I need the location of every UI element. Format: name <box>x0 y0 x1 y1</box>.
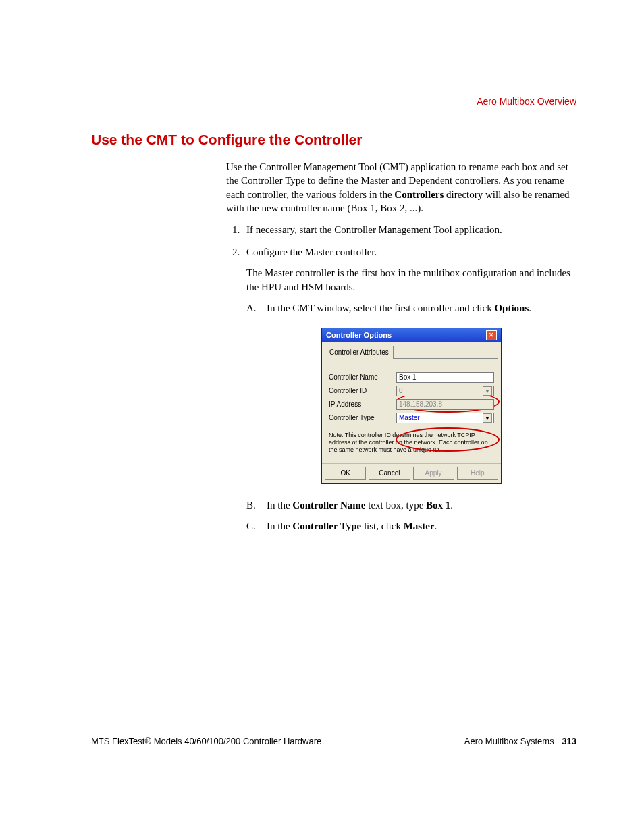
footer-right: Aero Multibox Systems <box>464 736 554 746</box>
label-controller-name: Controller Name <box>329 373 396 382</box>
ok-button[interactable]: OK <box>325 467 366 480</box>
page-footer: MTS FlexTest® Models 40/60/100/200 Contr… <box>91 736 576 746</box>
substep-c: C. In the Controller Type list, click Ma… <box>246 519 576 533</box>
controller-options-dialog: Controller Options ✕ Controller Attribut… <box>321 328 502 484</box>
help-button[interactable]: Help <box>457 467 498 480</box>
dialog-figure: Controller Options ✕ Controller Attribut… <box>246 328 576 484</box>
dialog-note: Note: This controller ID determines the … <box>325 426 498 460</box>
input-ip-address[interactable]: 148.158.203.8 <box>396 399 494 410</box>
substep-b: B. In the Controller Name text box, type… <box>246 498 576 513</box>
substep-a-post: . <box>529 303 531 313</box>
substep-a-bold: Options <box>494 303 529 313</box>
tab-controller-attributes[interactable]: Controller Attributes <box>325 346 394 359</box>
substep-c-b2: Master <box>404 521 435 531</box>
substep-b-b1: Controller Name <box>292 500 365 511</box>
substep-b-letter: B. <box>246 498 267 513</box>
value-controller-id: 0 <box>399 386 403 396</box>
select-controller-id[interactable]: 0 <box>396 386 494 396</box>
substep-c-post: . <box>434 521 437 531</box>
close-icon[interactable]: ✕ <box>486 330 497 340</box>
label-controller-type: Controller Type <box>329 413 396 423</box>
step-1-text: If necessary, start the Controller Manag… <box>246 224 502 235</box>
label-ip-address: IP Address <box>329 400 396 409</box>
page-number: 313 <box>562 736 576 746</box>
intro-bold-controllers: Controllers <box>394 189 444 200</box>
substep-c-mid: list, click <box>361 521 404 531</box>
step-2-text: Configure the Master controller. <box>246 246 377 257</box>
substep-a: A. In the CMT window, select the first c… <box>246 301 576 315</box>
label-controller-id: Controller ID <box>329 386 396 396</box>
select-controller-type[interactable]: Master <box>396 413 494 423</box>
value-ip-address: 148.158.203.8 <box>399 400 442 409</box>
footer-left: MTS FlexTest® Models 40/60/100/200 Contr… <box>91 736 321 746</box>
substep-b-post: . <box>450 500 453 511</box>
substep-b-mid: text box, type <box>366 500 427 511</box>
cancel-button[interactable]: Cancel <box>369 467 410 480</box>
input-controller-name[interactable]: Box 1 <box>396 372 494 383</box>
ordered-steps: If necessary, start the Controller Manag… <box>226 223 576 533</box>
substep-c-b1: Controller Type <box>292 521 361 531</box>
breadcrumb-header: Aero Multibox Overview <box>477 96 576 107</box>
step-1: If necessary, start the Controller Manag… <box>242 223 576 237</box>
intro-paragraph: Use the Controller Management Tool (CMT)… <box>226 160 576 215</box>
dialog-title-text: Controller Options <box>326 330 392 340</box>
substep-c-pre: In the <box>267 521 292 531</box>
substep-b-pre: In the <box>267 500 292 511</box>
substep-a-pre: In the CMT window, select the first cont… <box>267 303 494 313</box>
apply-button[interactable]: Apply <box>413 467 454 480</box>
step-2-subtext: The Master controller is the first box i… <box>246 266 576 294</box>
substep-c-letter: C. <box>246 519 267 533</box>
substep-b-b2: Box 1 <box>426 500 450 511</box>
section-title: Use the CMT to Configure the Controller <box>91 132 576 148</box>
value-controller-type: Master <box>399 413 420 423</box>
substep-a-letter: A. <box>246 301 267 315</box>
step-2: Configure the Master controller. The Mas… <box>242 245 576 533</box>
